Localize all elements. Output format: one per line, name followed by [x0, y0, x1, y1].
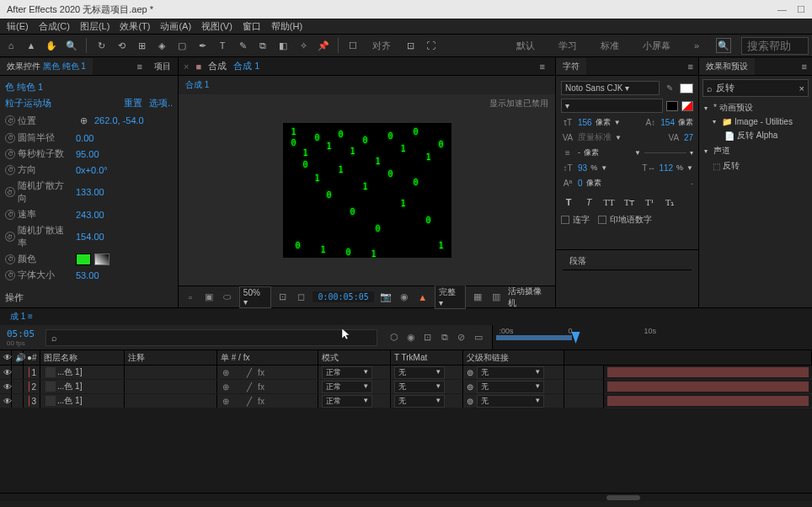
frame-blend-icon[interactable]: ⧉ [438, 331, 451, 344]
hand-tool-icon[interactable]: ✋ [44, 38, 59, 53]
direction-value[interactable]: 0x+0.0° [76, 165, 108, 175]
layer-duration-bar[interactable] [607, 367, 809, 377]
pickwhip-icon[interactable]: ⊚ [467, 368, 473, 377]
comp-flowchart-icon[interactable]: ⬡ [387, 331, 401, 344]
zoom-dropdown[interactable]: 50% ▾ [239, 286, 271, 308]
stopwatch-icon[interactable]: ⏱ [5, 232, 15, 242]
layer-duration-bar[interactable] [607, 396, 809, 406]
fx-toggle[interactable]: fx [256, 396, 266, 406]
shy-toggle[interactable]: ⊕ [221, 382, 231, 392]
menu-help[interactable]: 帮助(H) [268, 20, 306, 33]
operation-group-1[interactable]: 操作 [5, 291, 173, 304]
effects-search[interactable]: ⌕ 反转 × [702, 79, 809, 97]
minimize-icon[interactable]: — [777, 4, 787, 15]
layer-color-swatch[interactable] [29, 367, 29, 377]
show-channel-icon[interactable]: ◉ [398, 291, 411, 304]
viewer-comp-name[interactable]: 合成 1 [233, 60, 259, 72]
font-size-value[interactable]: 156 [578, 118, 592, 127]
menu-effect[interactable]: 效果(T) [116, 20, 153, 33]
font-family-select[interactable]: Noto Sans CJK ▾ [561, 81, 660, 95]
hscale-value[interactable]: 112 [659, 163, 673, 173]
fx-toggle[interactable]: fx [256, 382, 266, 392]
expand-icon[interactable]: ⛶ [423, 38, 438, 53]
eye-icon[interactable]: 👁 [3, 368, 12, 377]
viewer-tab-label[interactable]: 合成 [208, 60, 227, 72]
menu-composition[interactable]: 合成(C) [35, 20, 73, 33]
trkmat-select[interactable]: 无▾ [394, 395, 445, 408]
comp-breadcrumb[interactable]: 合成 1 [179, 76, 555, 94]
position-value[interactable]: 262.0, -54.0 [94, 115, 144, 125]
crosshair-icon[interactable]: ⊕ [76, 113, 91, 128]
quality-toggle[interactable]: ╱ [244, 367, 254, 377]
col-mode[interactable]: 模式 [318, 350, 391, 365]
shy-icon[interactable]: ⊡ [421, 331, 435, 344]
stopwatch-icon[interactable]: ⏱ [5, 115, 15, 125]
velocity-value[interactable]: 243.00 [76, 210, 104, 220]
tree-invert-alpha[interactable]: 📄反转 Alpha [699, 128, 812, 143]
viewer-menu-icon[interactable]: ≡ [535, 61, 550, 72]
trkmat-select[interactable]: 无▾ [394, 381, 445, 393]
snapshot-icon[interactable]: 📷 [379, 291, 393, 304]
workspace-default[interactable]: 默认 [510, 38, 542, 54]
allcaps-button[interactable]: TT [601, 195, 617, 209]
camera-tool-icon[interactable]: ⊞ [134, 38, 149, 53]
parent-select[interactable]: 无▾ [477, 381, 544, 393]
hindi-checkbox[interactable] [598, 216, 606, 224]
leading-value[interactable]: 154 [660, 118, 675, 127]
graph-editor-icon[interactable]: ▭ [472, 331, 485, 344]
parent-select[interactable]: 无▾ [477, 395, 544, 408]
stopwatch-icon[interactable]: ⏱ [5, 210, 15, 220]
ligature-checkbox[interactable] [561, 216, 569, 224]
tracking-value[interactable]: 27 [684, 133, 693, 142]
clone-tool-icon[interactable]: ⧉ [255, 38, 270, 53]
composition-canvas[interactable]: 10 10 01 10 01 10 01 10 00 11 00 10 01 0… [283, 123, 451, 258]
resolution-icon[interactable]: ⊡ [276, 291, 290, 304]
grid-icon[interactable]: ▦ [471, 291, 484, 304]
viewer-timecode[interactable]: 0:00:05:05 [313, 291, 373, 302]
brush-tool-icon[interactable]: ✎ [235, 38, 250, 53]
blend-mode-select[interactable]: 正常▾ [322, 381, 372, 393]
zoom-tool-icon[interactable]: 🔍 [64, 38, 79, 53]
work-area-bar[interactable] [496, 335, 572, 340]
superscript-button[interactable]: T¹ [642, 195, 657, 209]
eyedropper-icon[interactable] [94, 254, 110, 265]
stopwatch-icon[interactable]: ⏱ [5, 270, 15, 280]
track-row[interactable] [604, 366, 812, 380]
stopwatch-icon[interactable]: ⏱ [5, 149, 15, 159]
toggle-mask-icon[interactable]: ⬭ [221, 291, 234, 304]
bold-button[interactable]: T [561, 195, 576, 209]
effect-controls-tab[interactable]: 效果控件 黑色 纯色 1 [0, 58, 93, 75]
timeline-scrollbar[interactable] [0, 493, 812, 501]
vscale-value[interactable]: 93 [578, 163, 587, 173]
layer-name[interactable]: ...色 1] [57, 381, 82, 392]
spread-value[interactable]: 133.00 [76, 187, 104, 197]
baseline-value[interactable]: 0 [578, 179, 583, 188]
track-row[interactable] [604, 394, 812, 408]
stopwatch-icon[interactable]: ⏱ [5, 254, 15, 264]
orbit-tool-icon[interactable]: ↻ [93, 38, 109, 53]
menu-view[interactable]: 视图(V) [198, 20, 236, 33]
camera-label[interactable]: 活动摄像机 [508, 286, 550, 309]
size-value[interactable]: 53.00 [76, 270, 99, 280]
tsume-value[interactable]: - [691, 179, 693, 188]
align-button[interactable]: 对齐 [366, 38, 398, 54]
stopwatch-icon[interactable]: ⏱ [5, 133, 15, 143]
fill-color-swatch[interactable] [680, 83, 693, 93]
italic-button[interactable]: T [581, 195, 596, 209]
playhead[interactable] [572, 332, 580, 344]
layer-row[interactable]: 👁 2 ...色 1] ⊕╱fx 正常▾ 无▾ ⊚无▾ [0, 380, 603, 394]
kern-value[interactable]: 度量标准 [578, 131, 612, 143]
quality-toggle[interactable]: ╱ [244, 396, 254, 406]
pickwhip-icon[interactable]: ⊚ [467, 397, 473, 406]
effects-presets-tab[interactable]: 效果和预设 [699, 58, 755, 75]
viewer-lock-icon[interactable]: × [184, 61, 189, 72]
tree-animation-presets[interactable]: ▾* 动画预设 [699, 100, 812, 115]
rotate-tool-icon[interactable]: ⟲ [114, 38, 129, 53]
search-help-input[interactable] [741, 37, 809, 55]
stroke-swatch[interactable] [666, 101, 678, 111]
eye-icon[interactable]: 👁 [3, 397, 12, 406]
workspace-standard[interactable]: 标准 [594, 38, 626, 54]
options-button[interactable]: 选项.. [149, 97, 173, 109]
eyedropper-icon[interactable]: ✎ [663, 83, 676, 94]
stopwatch-icon[interactable]: ⏱ [5, 187, 15, 197]
